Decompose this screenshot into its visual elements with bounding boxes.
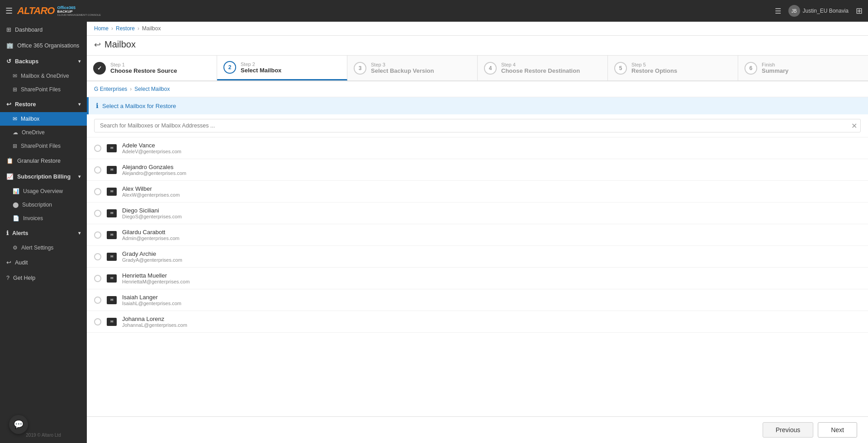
mailbox-radio[interactable] xyxy=(94,253,101,260)
sidebar-item-label: Subscription Billing xyxy=(17,174,71,180)
sidebar-item-alerts[interactable]: ℹ Alerts ▾ xyxy=(0,225,87,241)
mailbox-radio[interactable] xyxy=(94,275,101,282)
step-5-label: Step 5 xyxy=(631,62,677,67)
bottom-nav: Previous Next xyxy=(87,416,868,443)
sidebar-item-label: Granular Restore xyxy=(17,158,61,164)
breadcrumb-sep-1: › xyxy=(111,25,113,32)
step-1: ✓ Step 1 Choose Restore Source xyxy=(87,56,217,80)
sidebar-item-subscription-billing[interactable]: 📈 Subscription Billing ▾ xyxy=(0,169,87,184)
sidebar-item-alert-settings[interactable]: ⚙ Alert Settings xyxy=(0,241,87,254)
mailbox-radio[interactable] xyxy=(94,188,101,195)
hamburger-icon[interactable]: ☰ xyxy=(5,6,13,16)
mailbox-radio[interactable] xyxy=(94,297,101,304)
sub-breadcrumb: G Enterprises › Select Mailbox xyxy=(87,81,868,97)
page-title-icon: ↩ xyxy=(94,40,101,50)
mailbox-radio[interactable] xyxy=(94,145,101,152)
step-5-name: Restore Options xyxy=(631,67,677,74)
info-message: Select a Mailbox for Restore xyxy=(102,103,176,109)
grid-icon[interactable]: ⊞ xyxy=(856,6,863,16)
office365-icon: 🏢 xyxy=(6,42,14,49)
info-icon: ℹ xyxy=(96,102,99,110)
step-6-name: Summary xyxy=(762,67,788,74)
step-3-name: Select Backup Version xyxy=(371,67,434,74)
notifications-icon[interactable]: ☰ xyxy=(775,7,781,15)
sidebar-item-sharepoint-backup[interactable]: ⊞ SharePoint Files xyxy=(0,83,87,96)
sidebar-item-label: Dashboard xyxy=(15,27,43,33)
sidebar-item-dashboard[interactable]: ⊞ Dashboard xyxy=(0,22,87,38)
subscription-icon: ⬤ xyxy=(13,202,19,208)
sidebar-item-get-help[interactable]: ? Get Help xyxy=(0,270,87,286)
mailbox-radio[interactable] xyxy=(94,318,101,325)
sidebar-item-usage-overview[interactable]: 📊 Usage Overview xyxy=(0,184,87,198)
mailbox-name: Alejandro Gonzales xyxy=(122,164,186,170)
mailbox-info: Alejandro Gonzales Alejandro@genterprise… xyxy=(122,164,186,176)
sub-breadcrumb-org[interactable]: G Enterprises xyxy=(94,86,127,92)
breadcrumb-home[interactable]: Home xyxy=(94,25,109,32)
sidebar-item-label: Alerts xyxy=(12,230,28,236)
mailbox-row[interactable]: ✉ Grady Archie GradyA@genterprises.com xyxy=(87,246,868,268)
logo-backup: BACKUP xyxy=(57,10,101,14)
mailbox-row[interactable]: ✉ Isaiah Langer IsaiahL@genterprises.com xyxy=(87,289,868,311)
mailbox-row[interactable]: ✉ Alejandro Gonzales Alejandro@genterpri… xyxy=(87,159,868,181)
sidebar-item-label: SharePoint Files xyxy=(21,143,61,149)
mailbox-email: IsaiahL@genterprises.com xyxy=(122,301,181,306)
step-1-label: Step 1 xyxy=(110,62,177,67)
sub-breadcrumb-current[interactable]: Select Mailbox xyxy=(134,86,170,92)
sidebar-item-subscription[interactable]: ⬤ Subscription xyxy=(0,198,87,212)
avatar: JB xyxy=(788,5,800,17)
breadcrumb-current: Mailbox xyxy=(142,25,161,32)
sidebar-item-mailbox-restore[interactable]: ✉ Mailbox xyxy=(0,112,87,126)
search-input[interactable] xyxy=(94,119,861,132)
logo-console: CLOUD MANAGEMENT CONSOLE xyxy=(57,14,101,16)
user-badge[interactable]: JB Justin_EU Bonavia xyxy=(788,5,849,17)
sidebar-item-granular-restore[interactable]: 📋 Granular Restore xyxy=(0,153,87,169)
chevron-down-icon: ▾ xyxy=(78,231,81,236)
sidebar-item-sharepoint-restore[interactable]: ⊞ SharePoint Files xyxy=(0,139,87,153)
sidebar-item-audit[interactable]: ↩ Audit xyxy=(0,254,87,270)
step-2-label: Step 2 xyxy=(241,61,281,67)
sidebar-item-office365[interactable]: 🏢 Office 365 Organisations xyxy=(0,38,87,53)
restore-icon: ↩ xyxy=(6,101,11,108)
step-6: 6 Finish Summary xyxy=(738,56,868,80)
mailbox-name: Adele Vance xyxy=(122,142,181,149)
breadcrumb-sep-2: › xyxy=(138,25,139,32)
sidebar-item-label: OneDrive xyxy=(22,129,45,136)
mailbox-row[interactable]: ✉ Gilardu Carabott Admin@genterprises.co… xyxy=(87,224,868,246)
info-bar: ℹ Select a Mailbox for Restore xyxy=(87,97,868,114)
next-button[interactable]: Next xyxy=(818,422,857,438)
chevron-down-icon: ▾ xyxy=(78,102,81,107)
mailbox-row[interactable]: ✉ Johanna Lorenz JohannaL@genterprises.c… xyxy=(87,311,868,333)
mailbox-info: Grady Archie GradyA@genterprises.com xyxy=(122,250,182,263)
logo: ALTARO Office365 BACKUP CLOUD MANAGEMENT… xyxy=(17,5,101,17)
step-1-name: Choose Restore Source xyxy=(110,67,177,74)
invoices-icon: 📄 xyxy=(13,215,19,222)
previous-button[interactable]: Previous xyxy=(763,422,813,438)
mailbox-envelope-icon: ✉ xyxy=(107,231,117,239)
mailbox-radio[interactable] xyxy=(94,166,101,174)
sidebar-item-backups[interactable]: ↺ Backups ▾ xyxy=(0,53,87,69)
mailbox-row[interactable]: ✉ Alex Wilber AlexW@genterprises.com xyxy=(87,181,868,203)
mailbox-info: Isaiah Langer IsaiahL@genterprises.com xyxy=(122,294,181,306)
mailbox-row[interactable]: ✉ Henrietta Mueller HenriettaM@genterpri… xyxy=(87,268,868,289)
user-name: Justin_EU Bonavia xyxy=(803,8,849,14)
mailbox-email: GradyA@genterprises.com xyxy=(122,257,182,263)
sidebar-item-label: Office 365 Organisations xyxy=(17,42,79,49)
mailbox-radio[interactable] xyxy=(94,210,101,217)
sidebar-item-label: Audit xyxy=(15,259,28,266)
sidebar-item-onedrive[interactable]: ☁ OneDrive xyxy=(0,126,87,139)
page-title: Mailbox xyxy=(104,39,136,50)
sharepoint-icon: ⊞ xyxy=(13,86,17,93)
sidebar-item-restore[interactable]: ↩ Restore ▾ xyxy=(0,96,87,112)
step-3: 3 Step 3 Select Backup Version xyxy=(347,56,478,80)
mailbox-radio[interactable] xyxy=(94,231,101,239)
close-icon[interactable]: ✕ xyxy=(851,122,857,130)
sidebar-item-invoices[interactable]: 📄 Invoices xyxy=(0,212,87,225)
mailbox-info: Adele Vance AdeleV@genterprises.com xyxy=(122,142,181,154)
mailbox-row[interactable]: ✉ Adele Vance AdeleV@genterprises.com xyxy=(87,137,868,159)
breadcrumb-restore[interactable]: Restore xyxy=(116,25,135,32)
mailbox-row[interactable]: ✉ Diego Siciliani DiegoS@genterprises.co… xyxy=(87,203,868,224)
backups-icon: ↺ xyxy=(6,58,11,65)
step-3-label: Step 3 xyxy=(371,62,434,67)
sidebar-item-mailbox-onedrive[interactable]: ✉ Mailbox & OneDrive xyxy=(0,69,87,83)
chat-button[interactable]: 💬 xyxy=(9,415,28,434)
